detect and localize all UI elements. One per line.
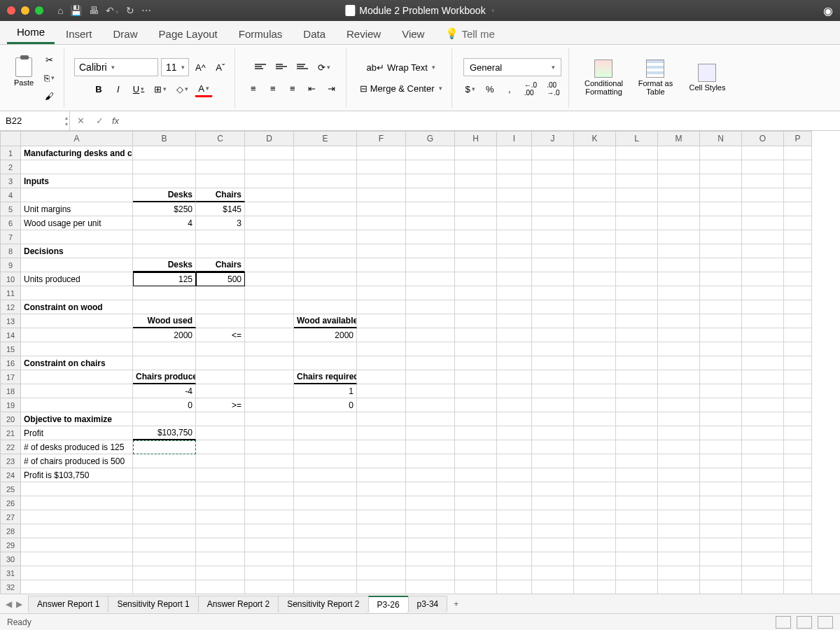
format-as-table-button[interactable]: Format as Table <box>631 59 680 96</box>
cell-H30[interactable] <box>455 552 497 566</box>
align-top-button[interactable] <box>251 59 270 76</box>
cell-A18[interactable] <box>21 384 133 398</box>
cell-E24[interactable] <box>294 468 357 482</box>
cell-M13[interactable] <box>658 314 700 328</box>
cell-J6[interactable] <box>532 216 574 230</box>
cell-A16[interactable]: Constraint on chairs <box>21 356 133 370</box>
cell-F15[interactable] <box>357 342 406 356</box>
cell-A22[interactable]: # of desks produced is 125 <box>21 440 133 454</box>
increase-indent-button[interactable]: ⇥ <box>323 80 340 97</box>
cell-L2[interactable] <box>616 160 658 174</box>
cell-M12[interactable] <box>658 300 700 314</box>
cell-I26[interactable] <box>497 496 532 510</box>
cell-J10[interactable] <box>532 272 574 286</box>
cell-C24[interactable] <box>196 468 245 482</box>
cell-E26[interactable] <box>294 496 357 510</box>
cell-J18[interactable] <box>532 384 574 398</box>
cell-C7[interactable] <box>196 230 245 244</box>
cell-H31[interactable] <box>455 566 497 580</box>
cell-P15[interactable] <box>784 342 812 356</box>
cell-C6[interactable]: 3 <box>196 216 245 230</box>
cell-G32[interactable] <box>406 580 455 594</box>
cell-E12[interactable] <box>294 300 357 314</box>
cell-P10[interactable] <box>784 272 812 286</box>
cell-M26[interactable] <box>658 496 700 510</box>
column-header-C[interactable]: C <box>196 131 245 146</box>
cell-F19[interactable] <box>357 398 406 412</box>
decrease-decimal-button[interactable]: .00→.0 <box>543 80 563 97</box>
cell-P28[interactable] <box>784 524 812 538</box>
cell-F5[interactable] <box>357 202 406 216</box>
cell-A8[interactable]: Decisions <box>21 244 133 258</box>
cell-G4[interactable] <box>406 188 455 202</box>
cell-C9[interactable]: Chairs <box>196 258 245 272</box>
cell-M22[interactable] <box>658 440 700 454</box>
align-left-button[interactable]: ≡ <box>245 80 262 97</box>
cell-D32[interactable] <box>245 580 294 594</box>
cell-E13[interactable]: Wood available <box>294 314 357 328</box>
cell-G23[interactable] <box>406 454 455 468</box>
close-window-button[interactable] <box>7 6 15 15</box>
cell-O8[interactable] <box>742 244 784 258</box>
cell-I19[interactable] <box>497 398 532 412</box>
cell-L22[interactable] <box>616 440 658 454</box>
cell-B18[interactable]: -4 <box>133 384 196 398</box>
cell-J32[interactable] <box>532 580 574 594</box>
cell-F10[interactable] <box>357 272 406 286</box>
cell-K14[interactable] <box>574 328 616 342</box>
cell-G8[interactable] <box>406 244 455 258</box>
cell-P11[interactable] <box>784 286 812 300</box>
wrap-text-button[interactable]: ab↵Wrap Text▾ <box>363 59 439 76</box>
cell-J12[interactable] <box>532 300 574 314</box>
cell-E15[interactable] <box>294 342 357 356</box>
cell-E9[interactable] <box>294 258 357 272</box>
cell-C15[interactable] <box>196 342 245 356</box>
cell-K16[interactable] <box>574 356 616 370</box>
cell-O15[interactable] <box>742 342 784 356</box>
cell-P12[interactable] <box>784 300 812 314</box>
cell-J21[interactable] <box>532 426 574 440</box>
cell-O5[interactable] <box>742 202 784 216</box>
cell-M24[interactable] <box>658 468 700 482</box>
column-header-L[interactable]: L <box>616 131 658 146</box>
cell-J29[interactable] <box>532 538 574 552</box>
cell-C8[interactable] <box>196 244 245 258</box>
cell-N12[interactable] <box>700 300 742 314</box>
sheet-tab[interactable]: Sensitivity Report 2 <box>278 596 368 612</box>
cell-L27[interactable] <box>616 510 658 524</box>
cell-E6[interactable] <box>294 216 357 230</box>
cell-K13[interactable] <box>574 314 616 328</box>
cell-B20[interactable] <box>133 412 196 426</box>
cell-E3[interactable] <box>294 174 357 188</box>
cell-J20[interactable] <box>532 412 574 426</box>
cell-A9[interactable] <box>21 258 133 272</box>
cell-B16[interactable] <box>133 356 196 370</box>
cell-B19[interactable]: 0 <box>133 398 196 412</box>
maximize-window-button[interactable] <box>35 6 43 15</box>
cell-K20[interactable] <box>574 412 616 426</box>
cell-D4[interactable] <box>245 188 294 202</box>
cell-J1[interactable] <box>532 146 574 160</box>
cell-C17[interactable] <box>196 370 245 384</box>
row-header-16[interactable]: 16 <box>0 356 21 370</box>
cell-A19[interactable] <box>21 398 133 412</box>
row-header-27[interactable]: 27 <box>0 510 21 524</box>
cell-A7[interactable] <box>21 230 133 244</box>
cell-J22[interactable] <box>532 440 574 454</box>
cell-O7[interactable] <box>742 230 784 244</box>
borders-button[interactable]: ⊞▾ <box>150 80 170 97</box>
cell-A5[interactable]: Unit margins <box>21 202 133 216</box>
cell-F11[interactable] <box>357 286 406 300</box>
orientation-button[interactable]: ⟳▾ <box>314 59 334 76</box>
cell-B30[interactable] <box>133 552 196 566</box>
align-center-button[interactable]: ≡ <box>265 80 281 97</box>
cell-E1[interactable] <box>294 146 357 160</box>
tab-review[interactable]: Review <box>337 24 391 44</box>
cell-L9[interactable] <box>616 258 658 272</box>
cell-M4[interactable] <box>658 188 700 202</box>
cell-B8[interactable] <box>133 244 196 258</box>
column-header-K[interactable]: K <box>574 131 616 146</box>
row-header-14[interactable]: 14 <box>0 328 21 342</box>
cell-B10[interactable]: 125 <box>133 272 196 286</box>
cell-J26[interactable] <box>532 496 574 510</box>
